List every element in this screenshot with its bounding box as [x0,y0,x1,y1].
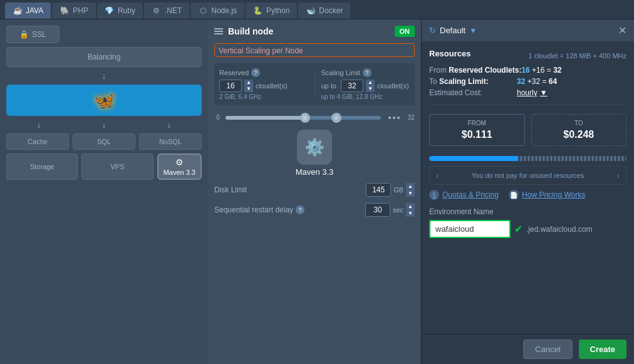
reserved-arrows: ▲ ▼ [244,80,253,92]
disk-updown: ▲ ▼ [406,183,415,197]
maven-center: ⚙️ Maven 3.3 [214,130,415,177]
refresh-icon: ↻ [429,26,436,35]
tab-php[interactable]: 🐘 PHP [52,3,96,19]
slider-dot-1 [388,117,391,119]
tab-bar: ☕ JAVA 🐘 PHP 💎 Ruby ⚙ .NET ⬡ Node.js 🐍 P… [0,0,634,19]
build-node-header: Build node ON [214,26,415,37]
tab-java-label: JAVA [26,6,43,15]
from-cloudlets-val: 16 +16 = 32 [521,66,561,75]
build-node-highlight[interactable]: 🦋 [6,85,202,116]
slider-dot-2 [393,117,395,119]
resource-note: 1 cloudlet = 128 MiB + 400 MHz [528,52,626,60]
env-name-input[interactable] [429,220,511,238]
python-icon: 🐍 [253,6,263,16]
slider-container: 0 32 [214,112,415,123]
slider-fill [226,116,303,120]
scaling-limit-up[interactable]: ▲ [366,80,375,86]
gear-icon-left: ⚙ [175,157,184,167]
reserved-up[interactable]: ▲ [244,80,253,86]
balancing-button[interactable]: Balancing [6,47,202,67]
left-arrow-icon[interactable]: ‹ [436,170,439,180]
tab-python[interactable]: 🐍 Python [246,3,297,19]
right-panel-header: ↻ Default ▼ ✕ [422,19,634,41]
restart-up[interactable]: ▲ [406,203,415,210]
disk-down[interactable]: ▼ [406,190,415,197]
tab-docker[interactable]: 🐋 Docker [298,3,350,19]
to-scaling-row: To Scaling Limit: 32 +32 = 64 [429,77,626,86]
right-panel: ↻ Default ▼ ✕ Resources 1 cloudlet = 128… [421,19,634,364]
scaling-limit-help-icon[interactable]: ? [363,68,372,77]
to-price-value: $0.248 [563,129,594,140]
slider-thumb-limit[interactable] [331,113,341,123]
env-input-row: ✔ .jed.wafaicloud.com [429,220,626,238]
dollar-icon: $ [429,190,439,200]
reserved-input[interactable] [219,80,242,92]
disk-unit: GB [393,186,403,194]
tab-net[interactable]: ⚙ .NET [144,3,189,19]
resources-section: Resources 1 cloudlet = 128 MiB + 400 MHz… [429,49,626,105]
disk-up[interactable]: ▲ [406,183,415,190]
cache-button[interactable]: Cache [6,133,69,150]
quotas-pricing-link[interactable]: $ Quotas & Pricing [429,190,499,200]
storage-button[interactable]: Storage [6,153,78,180]
create-button[interactable]: Create [579,340,626,359]
dropdown-selector[interactable]: ↻ Default ▼ [429,26,477,35]
maven-node-left[interactable]: ⚙ Maven 3.3 [157,153,202,180]
chevron-down-icon: ▼ [469,26,477,35]
reserved-down[interactable]: ▼ [244,86,253,92]
ssl-button[interactable]: 🔒 SSL [6,26,60,43]
toggle-on-button[interactable]: ON [395,26,415,37]
check-icon: ✔ [514,223,522,235]
tab-ruby[interactable]: 💎 Ruby [97,3,143,19]
bottom-nodes-row2: Storage VPS ⚙ Maven 3.3 [6,153,202,180]
docker-icon: 🐋 [306,6,316,16]
hamburger-icon [214,28,223,34]
sql-button[interactable]: SQL [73,133,135,150]
from-price-label: FROM [468,120,486,127]
restart-label: Sequential restart delay ? [214,205,304,214]
nodejs-icon: ⬡ [198,6,208,16]
cost-period-dropdown[interactable]: hourly ▼ [517,88,548,97]
maven-node-left-label: Maven 3.3 [164,169,195,176]
restart-input[interactable] [365,203,390,217]
cost-period-label: hourly [517,88,538,97]
tab-java[interactable]: ☕ JAVA [5,3,51,19]
ruby-icon: 💎 [105,6,115,16]
tab-php-label: PHP [73,6,88,15]
restart-help-icon[interactable]: ? [296,205,304,214]
vps-button[interactable]: VPS [81,153,153,180]
reserved-spinner: ▲ ▼ cloudlet(s) [219,80,308,92]
reserved-help-icon[interactable]: ? [251,68,260,77]
how-pricing-link[interactable]: 📄 How Pricing Works [509,190,585,200]
quotas-label: Quotas & Pricing [442,190,499,199]
up-to-label: up to [321,82,336,90]
scaling-controls: Reserved ? ▲ ▼ cloudlet(s) 2 GiB, 6.4 GH… [214,63,415,105]
php-icon: 🐘 [60,6,70,16]
doc-icon: 📄 [509,190,519,200]
vertical-scaling-box: Vertical Scaling per Node [214,43,415,57]
slider-thumb-reserved[interactable] [300,113,310,123]
maven-icon-box[interactable]: ⚙️ [297,130,332,165]
build-node-title-row: Build node [214,26,273,36]
center-panel: Build node ON Vertical Scaling per Node … [208,19,421,364]
tab-net-label: .NET [165,6,182,15]
tab-python-label: Python [266,6,289,15]
scaling-limit-down[interactable]: ▼ [366,86,375,92]
unused-note[interactable]: ‹ You do not pay for unused resources › [429,166,626,185]
restart-down[interactable]: ▼ [406,210,415,217]
scaling-limit-input[interactable] [341,80,363,92]
reserved-sub: 2 GiB, 6.4 GHz [219,93,308,100]
nosql-button[interactable]: NoSQL [139,133,202,150]
close-button[interactable]: ✕ [618,24,626,36]
slider-track[interactable] [226,116,381,120]
to-scaling-label: To Scaling Limit: [429,77,517,86]
tab-nodejs[interactable]: ⬡ Node.js [190,3,244,19]
vertical-scaling-label: Vertical Scaling per Node [219,46,303,55]
tab-nodejs-label: Node.js [211,6,237,15]
from-price-value: $0.111 [462,129,492,140]
disk-limit-input[interactable] [366,183,391,197]
right-arrow-icon[interactable]: › [616,170,620,180]
cancel-button[interactable]: Cancel [523,340,572,359]
java-icon: ☕ [13,6,23,16]
balancing-label: Balancing [88,53,121,61]
